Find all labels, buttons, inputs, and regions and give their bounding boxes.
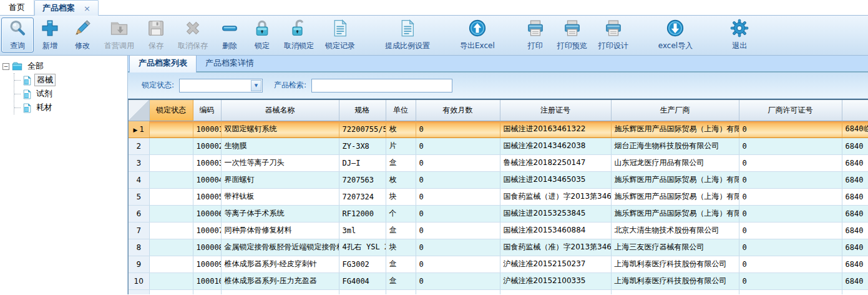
cell-mfr[interactable]: 烟台正海生物科技股份有限公司 — [611, 138, 739, 154]
cell-code[interactable]: 100009 — [193, 256, 221, 272]
cell-reg[interactable]: 沪械注准20152150237 — [500, 256, 611, 272]
cell-name[interactable]: 同种异体骨修复材料 — [221, 222, 339, 239]
row-number-cell[interactable]: 10 — [129, 272, 149, 289]
cell-reg[interactable]: 国械注准20143462038 — [500, 138, 611, 154]
cell-lock[interactable] — [149, 205, 193, 222]
tab-product-detail[interactable]: 产品档案详情 — [197, 56, 263, 71]
cell-spec[interactable]: 7207324 — [339, 188, 386, 205]
cell-code[interactable]: 100001 — [193, 121, 221, 138]
toolbar-button-lock[interactable]: 锁定 — [246, 18, 278, 52]
column-header-cat[interactable] — [842, 100, 868, 121]
toolbar-button-excel-import[interactable]: excel导入 — [653, 18, 698, 52]
cell-mfr[interactable]: 山东冠龙医疗用品有限公司 — [611, 154, 739, 171]
cell-unit[interactable]: 盒 — [386, 154, 416, 171]
cell-lock[interactable] — [149, 138, 193, 154]
toolbar-button-print-design[interactable]: 打印设计 — [593, 18, 634, 52]
cell-lock[interactable] — [149, 171, 193, 188]
cell-spec[interactable]: DJ—I — [339, 154, 386, 171]
cell-months[interactable]: 0 — [416, 239, 500, 256]
column-header-lic[interactable]: 厂商许可证号 — [739, 100, 842, 121]
toolbar-button-lock-record[interactable]: 锁定记录 — [319, 18, 361, 52]
toolbar-button-commission-set[interactable]: 提成比例设置 — [379, 18, 436, 52]
cell-code[interactable]: 100006 — [193, 205, 221, 222]
row-number-cell[interactable]: 4 — [129, 171, 149, 188]
row-number-cell[interactable]: 2 — [129, 138, 149, 154]
cell-lic[interactable]: 0 — [739, 205, 842, 222]
cell-lock[interactable] — [149, 121, 193, 138]
cell-reg[interactable]: 沪械注准20152100335 — [500, 272, 611, 289]
cell-name[interactable]: 带袢钛板 — [221, 188, 339, 205]
cell-unit[interactable]: 块 — [386, 239, 416, 256]
cell-cat[interactable]: 6840 — [842, 138, 868, 154]
row-number-cell[interactable]: 8 — [129, 239, 149, 256]
row-number-cell[interactable]: 7 — [129, 222, 149, 239]
cell-cat[interactable]: 6840 — [842, 171, 868, 188]
tab-product-archive[interactable]: 产品档案 × — [34, 0, 99, 16]
cell-reg[interactable]: 国械注准20153460884 — [500, 222, 611, 239]
chevron-down-icon[interactable]: ▼ — [251, 80, 261, 91]
lock-status-select[interactable]: ▼ — [179, 79, 263, 92]
cell-lic[interactable]: 0 — [739, 239, 842, 256]
toolbar-button-unlock[interactable]: 取消锁定 — [278, 18, 319, 52]
cell-cat[interactable]: 6840 — [842, 239, 868, 256]
cell-mfr[interactable]: 北京大清生物技术股份有限公司 — [611, 222, 739, 239]
cell-unit[interactable]: 盒 — [386, 272, 416, 289]
tree-root-all[interactable]: −全部 — [2, 59, 125, 73]
cell-lock[interactable] — [149, 256, 193, 272]
row-number-cell[interactable]: 3 — [129, 154, 149, 171]
cell-reg[interactable]: 国食药监械（进）字2013第3464952号 — [500, 188, 611, 205]
cell-months[interactable]: 0 — [416, 256, 500, 272]
column-header-code[interactable]: 编码 — [193, 100, 221, 121]
cell-lic[interactable]: 0 — [739, 121, 842, 138]
tree-expander-icon[interactable]: − — [2, 63, 9, 70]
cell-name[interactable]: 双固定螺钉系统 — [221, 121, 339, 138]
toolbar-button-print-preview[interactable]: 打印预览 — [552, 18, 593, 52]
cell-mfr[interactable]: 施乐辉医用产品国际贸易（上海）有限公司 — [611, 121, 739, 138]
cell-code[interactable]: 100008 — [193, 239, 221, 256]
column-header-name[interactable]: 器械名称 — [221, 100, 339, 121]
cell-lic[interactable]: 0 — [739, 138, 842, 154]
cell-cat[interactable]: 6840 — [842, 154, 868, 171]
row-number-cell[interactable]: 6 — [129, 205, 149, 222]
cell-lic[interactable]: 0 — [739, 154, 842, 171]
cell-months[interactable]: 0 — [416, 171, 500, 188]
cell-lock[interactable] — [149, 154, 193, 171]
cell-lic[interactable]: 0 — [739, 256, 842, 272]
toolbar-button-delete[interactable]: 删除 — [213, 18, 246, 52]
table-row[interactable]: 9100009椎体成形器系列-经皮穿刺针FG3002盒0沪械注准20152150… — [129, 256, 868, 272]
cell-lic[interactable]: 0 — [739, 188, 842, 205]
cell-spec[interactable]: 3ml — [339, 222, 386, 239]
cell-name[interactable]: 生物膜 — [221, 138, 339, 154]
cell-spec[interactable]: FG4004 — [339, 272, 386, 289]
cell-spec[interactable]: ZY-3X8 — [339, 138, 386, 154]
close-icon[interactable]: × — [84, 4, 90, 13]
cell-cat[interactable]: 6840 — [842, 188, 868, 205]
row-number-cell[interactable]: 5 — [129, 188, 149, 205]
cell-unit[interactable]: 盒 — [386, 222, 416, 239]
cell-unit[interactable]: 盒 — [386, 256, 416, 272]
cell-lic[interactable]: 0 — [739, 272, 842, 289]
cell-name[interactable]: 椎体成形器系列-经皮穿刺针 — [221, 256, 339, 272]
table-row[interactable]: ▶1100001双固定螺钉系统72200755/5.0枚0国械注进2016346… — [129, 121, 868, 138]
column-header-lock[interactable]: 锁定状态 — [149, 100, 193, 121]
cell-name[interactable]: 一次性等离子刀头 — [221, 154, 339, 171]
table-row[interactable]: 3100003一次性等离子刀头DJ—I盒0鲁械注准20182250147山东冠龙… — [129, 154, 868, 171]
cell-unit[interactable]: 枚 — [386, 121, 416, 138]
column-header-months[interactable]: 有效月数 — [416, 100, 500, 121]
cell-cat[interactable]: 6840 — [842, 205, 868, 222]
column-header-reg[interactable]: 注册证号 — [500, 100, 611, 121]
cell-name[interactable]: 金属锁定接骨板胫骨近端锁定接骨板 — [221, 239, 339, 256]
toolbar-button-print[interactable]: 打印 — [519, 18, 552, 52]
cell-mfr[interactable]: 施乐辉医用产品国际贸易（上海）有限公司 — [611, 171, 739, 188]
cell-lock[interactable] — [149, 272, 193, 289]
table-row[interactable]: 5100005带袢钛板7207324块0国食药监械（进）字2013第346495… — [129, 188, 868, 205]
cell-code[interactable]: 100004 — [193, 171, 221, 188]
cell-reg[interactable]: 国食药监械（准）字2013第3461582号 — [500, 239, 611, 256]
cell-lock[interactable] — [149, 222, 193, 239]
cell-months[interactable]: 0 — [416, 154, 500, 171]
table-row[interactable]: 10100010椎体成形器系列-压力充盈器FG4004盒0沪械注准2015210… — [129, 272, 868, 289]
product-search-input[interactable] — [311, 79, 452, 92]
table-row[interactable]: 8100008金属锁定接骨板胫骨近端锁定接骨板4孔右 YSL 28块0国食药监械… — [129, 239, 868, 256]
table-row[interactable]: 6100006等离子体手术系统RF12000个0国械注进20153253845施… — [129, 205, 868, 222]
cell-reg[interactable]: 国械注进20143465035 — [500, 171, 611, 188]
